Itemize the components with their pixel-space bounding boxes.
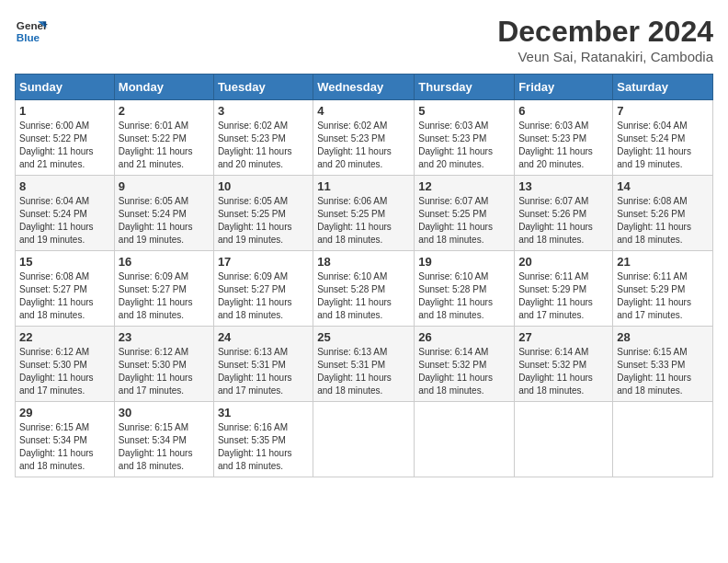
calendar-cell: 13Sunrise: 6:07 AM Sunset: 5:26 PM Dayli… — [515, 176, 613, 251]
calendar-cell: 16Sunrise: 6:09 AM Sunset: 5:27 PM Dayli… — [114, 251, 213, 327]
calendar-cell: 12Sunrise: 6:07 AM Sunset: 5:25 PM Dayli… — [415, 176, 515, 251]
header-row: SundayMondayTuesdayWednesdayThursdayFrid… — [16, 75, 713, 100]
svg-text:Blue: Blue — [17, 31, 40, 43]
calendar-cell: 6Sunrise: 6:03 AM Sunset: 5:23 PM Daylig… — [515, 100, 613, 176]
day-info: Sunrise: 6:15 AM Sunset: 5:34 PM Dayligh… — [19, 421, 110, 473]
day-number: 26 — [418, 330, 510, 344]
day-number: 4 — [317, 104, 410, 118]
calendar-cell: 22Sunrise: 6:12 AM Sunset: 5:30 PM Dayli… — [16, 327, 115, 402]
day-info: Sunrise: 6:13 AM Sunset: 5:31 PM Dayligh… — [218, 346, 309, 397]
calendar-cell — [313, 402, 415, 477]
day-number: 17 — [218, 255, 309, 269]
day-info: Sunrise: 6:02 AM Sunset: 5:23 PM Dayligh… — [317, 120, 410, 171]
weekday-header: Saturday — [613, 75, 713, 100]
calendar-cell: 23Sunrise: 6:12 AM Sunset: 5:30 PM Dayli… — [114, 327, 213, 402]
day-info: Sunrise: 6:01 AM Sunset: 5:22 PM Dayligh… — [119, 120, 210, 171]
calendar-week-row: 8Sunrise: 6:04 AM Sunset: 5:24 PM Daylig… — [16, 176, 713, 251]
weekday-header: Tuesday — [213, 75, 313, 100]
weekday-header: Wednesday — [313, 75, 415, 100]
day-info: Sunrise: 6:08 AM Sunset: 5:27 PM Dayligh… — [19, 270, 110, 322]
day-info: Sunrise: 6:14 AM Sunset: 5:32 PM Dayligh… — [418, 346, 510, 397]
calendar-week-row: 15Sunrise: 6:08 AM Sunset: 5:27 PM Dayli… — [16, 251, 713, 327]
calendar-cell: 11Sunrise: 6:06 AM Sunset: 5:25 PM Dayli… — [313, 176, 415, 251]
day-number: 22 — [19, 330, 110, 344]
calendar-cell: 15Sunrise: 6:08 AM Sunset: 5:27 PM Dayli… — [16, 251, 115, 327]
day-info: Sunrise: 6:02 AM Sunset: 5:23 PM Dayligh… — [218, 120, 309, 171]
day-info: Sunrise: 6:03 AM Sunset: 5:23 PM Dayligh… — [418, 120, 510, 171]
day-info: Sunrise: 6:12 AM Sunset: 5:30 PM Dayligh… — [19, 346, 110, 397]
day-info: Sunrise: 6:11 AM Sunset: 5:29 PM Dayligh… — [617, 270, 709, 322]
calendar-cell: 3Sunrise: 6:02 AM Sunset: 5:23 PM Daylig… — [213, 100, 313, 176]
logo: General Blue — [15, 15, 48, 48]
day-number: 11 — [317, 179, 410, 193]
day-info: Sunrise: 6:15 AM Sunset: 5:33 PM Dayligh… — [617, 346, 709, 397]
weekday-header: Thursday — [415, 75, 515, 100]
calendar-cell: 1Sunrise: 6:00 AM Sunset: 5:22 PM Daylig… — [16, 100, 115, 176]
calendar-cell: 21Sunrise: 6:11 AM Sunset: 5:29 PM Dayli… — [613, 251, 713, 327]
day-number: 20 — [518, 255, 609, 269]
calendar-cell: 18Sunrise: 6:10 AM Sunset: 5:28 PM Dayli… — [313, 251, 415, 327]
day-number: 10 — [218, 179, 309, 193]
location-subtitle: Veun Sai, Ratanakiri, Cambodia — [497, 49, 713, 64]
calendar-cell: 10Sunrise: 6:05 AM Sunset: 5:25 PM Dayli… — [213, 176, 313, 251]
calendar-cell: 26Sunrise: 6:14 AM Sunset: 5:32 PM Dayli… — [415, 327, 515, 402]
calendar-cell: 2Sunrise: 6:01 AM Sunset: 5:22 PM Daylig… — [114, 100, 213, 176]
calendar-cell — [415, 402, 515, 477]
calendar-cell: 24Sunrise: 6:13 AM Sunset: 5:31 PM Dayli… — [213, 327, 313, 402]
day-number: 24 — [218, 330, 309, 344]
calendar-cell: 19Sunrise: 6:10 AM Sunset: 5:28 PM Dayli… — [415, 251, 515, 327]
day-number: 3 — [218, 104, 309, 118]
day-number: 2 — [119, 104, 210, 118]
calendar-cell: 8Sunrise: 6:04 AM Sunset: 5:24 PM Daylig… — [16, 176, 115, 251]
day-number: 9 — [119, 179, 210, 193]
day-number: 19 — [418, 255, 510, 269]
day-number: 13 — [518, 179, 609, 193]
logo-icon: General Blue — [15, 15, 48, 48]
weekday-header: Friday — [515, 75, 613, 100]
day-info: Sunrise: 6:11 AM Sunset: 5:29 PM Dayligh… — [518, 270, 609, 322]
page-header: General Blue December 2024 Veun Sai, Rat… — [15, 15, 713, 64]
day-number: 14 — [617, 179, 709, 193]
day-info: Sunrise: 6:05 AM Sunset: 5:25 PM Dayligh… — [218, 195, 309, 247]
calendar-cell: 28Sunrise: 6:15 AM Sunset: 5:33 PM Dayli… — [613, 327, 713, 402]
day-info: Sunrise: 6:06 AM Sunset: 5:25 PM Dayligh… — [317, 195, 410, 247]
day-number: 21 — [617, 255, 709, 269]
calendar-week-row: 1Sunrise: 6:00 AM Sunset: 5:22 PM Daylig… — [16, 100, 713, 176]
day-info: Sunrise: 6:13 AM Sunset: 5:31 PM Dayligh… — [317, 346, 410, 397]
calendar-cell: 29Sunrise: 6:15 AM Sunset: 5:34 PM Dayli… — [16, 402, 115, 477]
calendar-cell: 25Sunrise: 6:13 AM Sunset: 5:31 PM Dayli… — [313, 327, 415, 402]
calendar-cell — [613, 402, 713, 477]
calendar-cell: 27Sunrise: 6:14 AM Sunset: 5:32 PM Dayli… — [515, 327, 613, 402]
day-info: Sunrise: 6:00 AM Sunset: 5:22 PM Dayligh… — [19, 120, 110, 171]
day-number: 29 — [19, 406, 110, 419]
day-number: 30 — [119, 406, 210, 419]
day-number: 8 — [19, 179, 110, 193]
day-number: 7 — [617, 104, 709, 118]
day-info: Sunrise: 6:16 AM Sunset: 5:35 PM Dayligh… — [218, 421, 309, 473]
calendar-cell: 31Sunrise: 6:16 AM Sunset: 5:35 PM Dayli… — [213, 402, 313, 477]
day-number: 23 — [119, 330, 210, 344]
day-info: Sunrise: 6:07 AM Sunset: 5:25 PM Dayligh… — [418, 195, 510, 247]
day-number: 28 — [617, 330, 709, 344]
day-number: 1 — [19, 104, 110, 118]
calendar-cell: 20Sunrise: 6:11 AM Sunset: 5:29 PM Dayli… — [515, 251, 613, 327]
day-number: 15 — [19, 255, 110, 269]
calendar-week-row: 22Sunrise: 6:12 AM Sunset: 5:30 PM Dayli… — [16, 327, 713, 402]
day-info: Sunrise: 6:12 AM Sunset: 5:30 PM Dayligh… — [119, 346, 210, 397]
calendar-cell: 7Sunrise: 6:04 AM Sunset: 5:24 PM Daylig… — [613, 100, 713, 176]
calendar-cell: 4Sunrise: 6:02 AM Sunset: 5:23 PM Daylig… — [313, 100, 415, 176]
weekday-header: Monday — [114, 75, 213, 100]
day-info: Sunrise: 6:09 AM Sunset: 5:27 PM Dayligh… — [218, 270, 309, 322]
calendar-cell: 30Sunrise: 6:15 AM Sunset: 5:34 PM Dayli… — [114, 402, 213, 477]
day-number: 12 — [418, 179, 510, 193]
calendar-cell: 17Sunrise: 6:09 AM Sunset: 5:27 PM Dayli… — [213, 251, 313, 327]
calendar-cell — [515, 402, 613, 477]
day-info: Sunrise: 6:05 AM Sunset: 5:24 PM Dayligh… — [119, 195, 210, 247]
weekday-header: Sunday — [16, 75, 115, 100]
day-info: Sunrise: 6:10 AM Sunset: 5:28 PM Dayligh… — [317, 270, 410, 322]
day-number: 6 — [518, 104, 609, 118]
day-info: Sunrise: 6:08 AM Sunset: 5:26 PM Dayligh… — [617, 195, 709, 247]
day-number: 5 — [418, 104, 510, 118]
day-number: 16 — [119, 255, 210, 269]
day-info: Sunrise: 6:04 AM Sunset: 5:24 PM Dayligh… — [617, 120, 709, 171]
